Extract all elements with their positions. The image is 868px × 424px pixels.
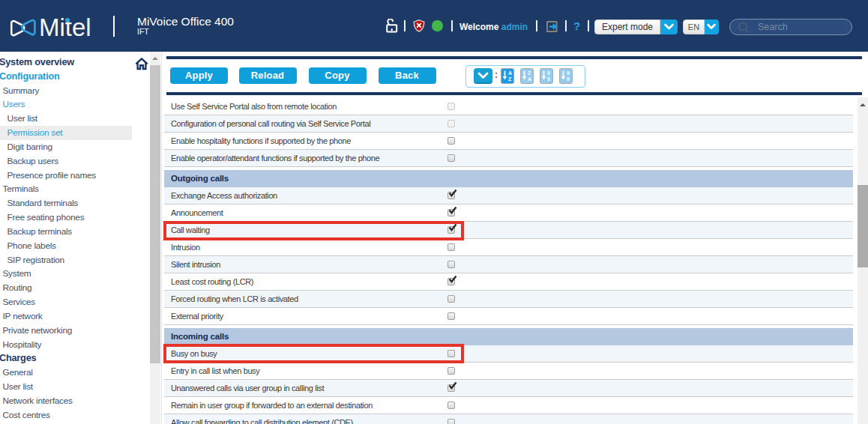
svg-text:A: A <box>528 76 531 82</box>
svg-text:9: 9 <box>547 76 550 82</box>
svg-text:0: 0 <box>567 76 570 82</box>
svg-text:A: A <box>508 70 512 76</box>
svg-text:0: 0 <box>547 70 550 76</box>
svg-text:Z: Z <box>508 76 512 82</box>
svg-text:9: 9 <box>567 70 570 76</box>
svg-text:Z: Z <box>528 70 531 76</box>
